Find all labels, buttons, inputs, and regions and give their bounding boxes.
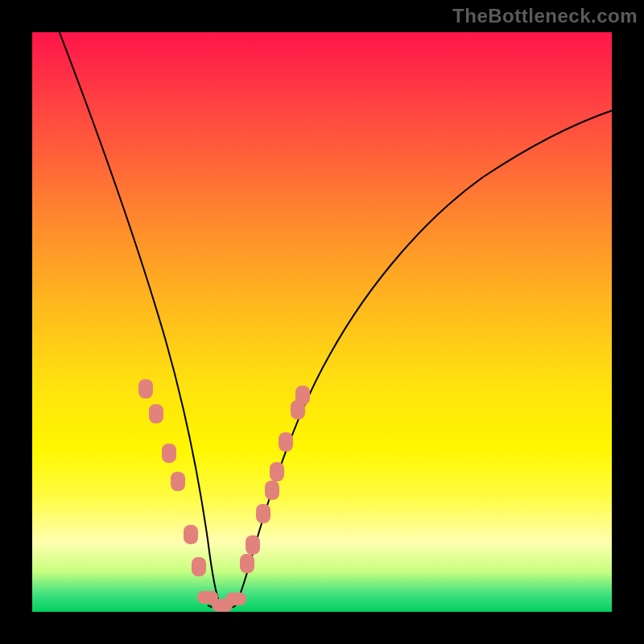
marker-right-3 [265,481,279,500]
marker-right-4 [270,462,284,481]
marker-right-1 [246,535,260,555]
marker-left-1 [149,404,163,423]
chart-container: TheBottleneck.com [0,0,644,644]
marker-right-2 [256,504,270,523]
curve-right [235,108,612,606]
curve-left [56,32,221,605]
marker-right-0 [240,554,254,573]
marker-right-7 [295,386,310,405]
plot-area [32,32,612,612]
marker-left-4 [184,525,198,544]
marker-left-3 [171,472,185,491]
marker-bottom-2 [225,592,246,605]
marker-right-5 [279,432,293,452]
bottleneck-curve [32,32,612,612]
marker-left-0 [138,379,153,398]
watermark-text: TheBottleneck.com [452,5,638,27]
marker-left-5 [192,557,206,576]
marker-left-2 [162,444,176,463]
